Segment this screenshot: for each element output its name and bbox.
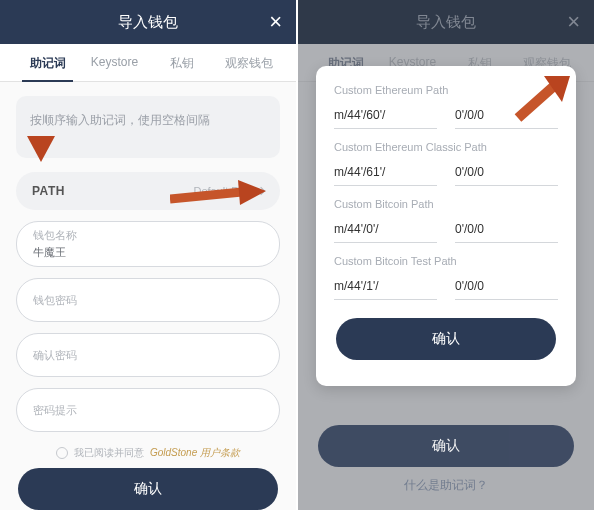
confirm-button-right: 确认 [318, 425, 574, 467]
wallet-password-placeholder: 钱包密码 [33, 293, 263, 308]
confirm-password-placeholder: 确认密码 [33, 348, 263, 363]
group-label-etc: Custom Ethereum Classic Path [334, 141, 558, 153]
wallet-name-field[interactable]: 钱包名称 牛魔王 [16, 221, 280, 267]
terms-link[interactable]: GoldStone 用户条款 [150, 446, 240, 460]
password-hint-placeholder: 密码提示 [33, 403, 263, 418]
terms-row[interactable]: 我已阅读并同意 GoldStone 用户条款 [16, 446, 280, 460]
import-wallet-screen-modal: 导入钱包 × 助记词 Keystore 私钥 观察钱包 Custom Ether… [296, 0, 594, 510]
header: 导入钱包 × [0, 0, 296, 44]
etc-path-suffix[interactable]: 0'/0/0 [455, 159, 558, 186]
tab-mnemonic[interactable]: 助记词 [14, 44, 81, 81]
confirm-password-field[interactable]: 确认密码 [16, 333, 280, 377]
close-icon[interactable]: × [269, 11, 282, 33]
etc-path-prefix[interactable]: m/44'/61'/ [334, 159, 437, 186]
password-hint-field[interactable]: 密码提示 [16, 388, 280, 432]
group-label-btc-test: Custom Bitcoin Test Path [334, 255, 558, 267]
confirm-button[interactable]: 确认 [18, 468, 278, 510]
import-wallet-screen-main: 导入钱包 × 助记词 Keystore 私钥 观察钱包 按顺序输入助记词，使用空… [0, 0, 296, 510]
mnemonic-input[interactable]: 按顺序输入助记词，使用空格间隔 [16, 96, 280, 158]
tab-bar: 助记词 Keystore 私钥 观察钱包 [0, 44, 296, 82]
btc-path-suffix[interactable]: 0'/0/0 [455, 216, 558, 243]
modal-confirm-button[interactable]: 确认 [336, 318, 556, 360]
btc-path-prefix[interactable]: m/44'/0'/ [334, 216, 437, 243]
group-label-eth: Custom Ethereum Path [334, 84, 558, 96]
tab-keystore[interactable]: Keystore [81, 44, 148, 81]
form-content: 按顺序输入助记词，使用空格间隔 PATH Default Path 钱包名称 牛… [0, 82, 296, 510]
btc-test-path-suffix[interactable]: 0'/0/0 [455, 273, 558, 300]
header-title: 导入钱包 [118, 13, 178, 32]
dim-footer: 确认 什么是助记词？ [316, 421, 576, 500]
path-row[interactable]: PATH Default Path [16, 172, 280, 210]
eth-path-suffix[interactable]: 0'/0/0 [455, 102, 558, 129]
chevron-right-icon [257, 187, 265, 195]
tab-private-key[interactable]: 私钥 [148, 44, 215, 81]
wallet-name-value: 牛魔王 [33, 245, 263, 260]
path-label: PATH [32, 184, 65, 198]
btc-test-path-prefix[interactable]: m/44'/1'/ [334, 273, 437, 300]
tab-watch-wallet[interactable]: 观察钱包 [215, 44, 282, 81]
help-link-right: 什么是助记词？ [316, 477, 576, 500]
group-label-btc: Custom Bitcoin Path [334, 198, 558, 210]
path-modal: Custom Ethereum Path m/44'/60'/ 0'/0/0 C… [316, 66, 576, 386]
wallet-password-field[interactable]: 钱包密码 [16, 278, 280, 322]
eth-path-prefix[interactable]: m/44'/60'/ [334, 102, 437, 129]
mnemonic-placeholder: 按顺序输入助记词，使用空格间隔 [30, 113, 210, 127]
path-value: Default Path [193, 185, 264, 197]
terms-radio-icon[interactable] [56, 447, 68, 459]
wallet-name-placeholder: 钱包名称 [33, 228, 263, 243]
terms-prefix: 我已阅读并同意 [74, 446, 144, 460]
